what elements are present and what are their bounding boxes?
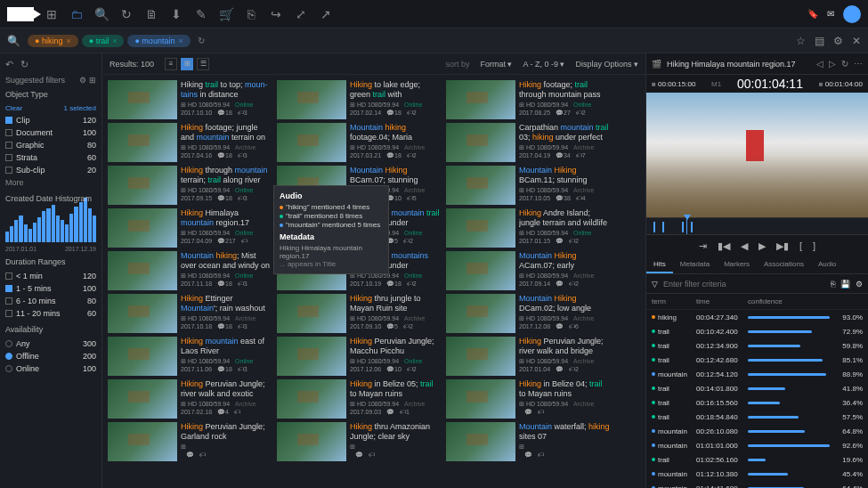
hit-row[interactable]: trail00:12:34.90059.8% <box>646 338 868 353</box>
result-card[interactable]: Mountain hiking; Mist over ocean and win… <box>108 251 272 290</box>
gear-icon[interactable]: ⚙ <box>856 280 863 289</box>
result-card[interactable]: Mountain hiking footage.04; Maria camera… <box>277 123 441 162</box>
search-icon[interactable]: 🔍 <box>94 7 109 21</box>
display-options[interactable]: Display Options ▾ <box>575 60 638 69</box>
preview-video[interactable] <box>646 93 868 217</box>
copy-icon[interactable]: ⎘ <box>244 7 258 21</box>
thumbnail[interactable] <box>277 379 346 419</box>
thumbnail[interactable] <box>108 166 177 205</box>
filter-input[interactable] <box>663 280 825 289</box>
reload-icon[interactable]: ↻ <box>841 59 848 69</box>
thumbnail[interactable] <box>108 294 177 333</box>
result-card[interactable]: Hiking Andre Island; jungle terrain and … <box>446 208 610 248</box>
next-icon[interactable]: ▷ <box>829 59 836 69</box>
close-icon[interactable]: ✕ <box>852 35 861 47</box>
filter-item[interactable]: Clip120 <box>5 114 96 126</box>
filter-item[interactable]: 1 - 5 mins100 <box>5 282 96 295</box>
edit-icon[interactable]: ✎ <box>194 7 208 21</box>
filter-item[interactable]: Online100 <box>5 362 96 375</box>
filter-item[interactable]: Graphic80 <box>5 139 96 151</box>
thumbnail[interactable] <box>277 422 346 461</box>
download-icon[interactable]: ⬇ <box>169 7 183 21</box>
mail-icon[interactable]: ✉ <box>827 9 834 19</box>
thumbnail[interactable] <box>446 208 515 248</box>
hit-row[interactable]: trail00:18:54.84057.5% <box>646 410 868 424</box>
view-detail[interactable]: ☰ <box>197 58 209 70</box>
result-card[interactable]: Mountain Hiking DCam.02; low angle⊞ HD 1… <box>446 294 610 333</box>
result-card[interactable]: Hiking Ettinger Mountain'; rain washout … <box>108 294 272 333</box>
object-type-header[interactable]: Object Type <box>5 90 48 99</box>
undo-icon[interactable]: ↶ <box>5 59 13 70</box>
histogram[interactable] <box>5 207 96 242</box>
result-card[interactable]: Hiking footage; jungle and mountain terr… <box>108 123 272 162</box>
cart-icon[interactable]: 🛒 <box>219 7 233 21</box>
gear-icon[interactable]: ⚙ ⊞ <box>79 76 96 85</box>
refresh-icon[interactable]: ↻ <box>198 36 205 45</box>
hit-row[interactable]: trail01:02:56.16019.6% <box>646 452 868 467</box>
result-card[interactable]: Hiking in Belize 04; trail to Mayan ruin… <box>446 379 610 419</box>
hit-row[interactable]: trail00:12:42.68085.1% <box>646 353 868 367</box>
availability-header[interactable]: Availability <box>5 325 43 334</box>
histogram-header[interactable]: Created Date Histogram <box>5 194 92 203</box>
filter-item[interactable]: Document100 <box>5 126 96 139</box>
search-tag[interactable]: ● trail × <box>82 35 125 47</box>
thumbnail[interactable] <box>277 294 346 333</box>
thumbnail[interactable] <box>108 379 177 419</box>
result-card[interactable]: Hiking Peruvian Jungle; river walk and b… <box>446 337 610 376</box>
thumbnail[interactable] <box>277 123 346 162</box>
mark-out2[interactable]: ] <box>813 240 815 251</box>
result-card[interactable]: Hiking trail to top; moun-tains in dista… <box>108 80 272 119</box>
filter-item[interactable]: 11 - 20 mins60 <box>5 307 96 320</box>
filter-item[interactable]: 6 - 10 mins80 <box>5 295 96 307</box>
apps-icon[interactable]: ⊞ <box>45 7 59 21</box>
result-card[interactable]: Hiking mountain east of Laos River⊞ HD 1… <box>108 337 272 376</box>
expand-icon[interactable]: ⤢ <box>294 7 308 21</box>
view-list[interactable]: ≡ <box>165 58 177 70</box>
thumbnail[interactable] <box>108 80 177 119</box>
result-card[interactable]: Mountain waterfall; hiking sites 07⊞ 💬🏷 <box>446 422 610 461</box>
tab-audio[interactable]: Audio <box>811 256 843 273</box>
tab-associations[interactable]: Associations <box>757 256 811 273</box>
search-tag[interactable]: ● mountain × <box>127 35 190 47</box>
sort-order[interactable]: A - Z, 0 -9 ▾ <box>523 60 564 69</box>
hit-row[interactable]: mountain01:14:41.60064.4% <box>646 481 868 488</box>
hit-row[interactable]: mountain01:12:10.38045.4% <box>646 467 868 481</box>
view-grid[interactable]: ⊞ <box>181 58 193 70</box>
result-card[interactable]: Hiking to lake edge; green trail with mo… <box>277 80 441 119</box>
star-icon[interactable]: ☆ <box>796 35 806 47</box>
hit-row[interactable]: trail00:10:42.40072.9% <box>646 324 868 338</box>
filter-item[interactable]: Offline200 <box>5 350 96 362</box>
document-icon[interactable]: 🗎 <box>144 7 158 21</box>
filter-item[interactable]: Any300 <box>5 338 96 350</box>
history-icon[interactable]: ↻ <box>119 7 134 21</box>
hit-row[interactable]: hiking00:04:27.34093.0% <box>646 310 868 324</box>
thumbnail[interactable] <box>446 422 515 461</box>
thumbnail[interactable] <box>446 251 515 290</box>
more-icon[interactable]: ⋯ <box>854 59 863 69</box>
folder-icon[interactable]: 🗀 <box>69 7 84 21</box>
result-card[interactable]: Hiking through mountain terrain; trail a… <box>108 166 272 205</box>
thumbnail[interactable] <box>277 337 346 376</box>
save-icon[interactable]: 💾 <box>840 280 850 289</box>
search-tag[interactable]: ● hiking × <box>28 35 78 47</box>
duration-header[interactable]: Duration Ranges <box>5 257 66 266</box>
filter-item[interactable]: Strata60 <box>5 151 96 164</box>
thumbnail[interactable] <box>446 337 515 376</box>
result-card[interactable]: Mountain Hiking BCam.11; stunning sunlig… <box>446 166 610 205</box>
thumbnail[interactable] <box>108 337 177 376</box>
step-fwd[interactable]: ▶▮ <box>776 240 789 252</box>
skip-back[interactable]: ▮◀ <box>718 240 730 252</box>
redo-icon[interactable]: ↻ <box>20 59 28 70</box>
tab-metadata[interactable]: Metadata <box>673 256 717 273</box>
settings-icon[interactable]: ⚙ <box>833 35 843 47</box>
result-card[interactable]: Hiking thru Amazonian Jungle; clear sky⊞… <box>277 422 441 461</box>
export-icon[interactable]: ↗ <box>319 7 333 21</box>
results-grid[interactable]: Hiking trail to top; moun-tains in dista… <box>102 75 645 488</box>
result-card[interactable]: Hiking Himalaya mountain region.17⊞ HD 1… <box>108 208 272 248</box>
prev-icon[interactable]: ◁ <box>816 59 823 69</box>
filter-icon[interactable]: ▽ <box>652 280 658 289</box>
thumbnail[interactable] <box>446 294 515 333</box>
hit-row[interactable]: trail00:14:01.80041.8% <box>646 381 868 395</box>
thumbnail[interactable] <box>446 123 515 162</box>
hits-table[interactable]: hiking00:04:27.34093.0%trail00:10:42.400… <box>646 310 868 488</box>
